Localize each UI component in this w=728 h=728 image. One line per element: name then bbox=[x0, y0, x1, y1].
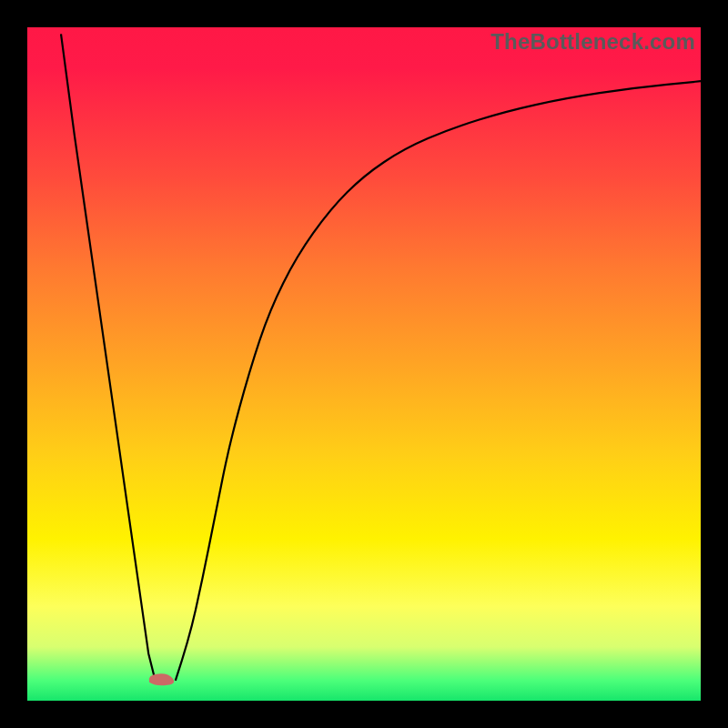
plot-area: TheBottleneck.com bbox=[27, 27, 701, 701]
curve-left-branch bbox=[61, 34, 156, 680]
chart-frame: TheBottleneck.com bbox=[0, 0, 728, 728]
curve-right-branch bbox=[176, 81, 701, 681]
valley-marker bbox=[149, 673, 174, 685]
curve-layer bbox=[27, 27, 701, 701]
